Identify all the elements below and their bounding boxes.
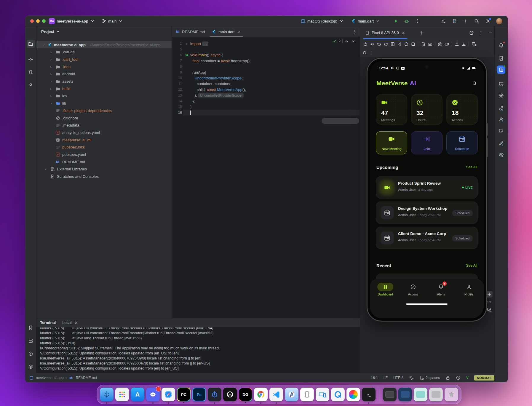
tree-expand-icon[interactable]: › bbox=[49, 57, 53, 62]
meeting-card-2[interactable]: Design System WorkshopAdmin UserToday 2:… bbox=[376, 202, 478, 224]
running-devices-icon[interactable] bbox=[497, 65, 505, 74]
tree-item-android[interactable]: ›android bbox=[36, 71, 172, 78]
breadcrumb-project[interactable]: meetverse-ai-app bbox=[36, 376, 63, 380]
dock-item-simulator[interactable] bbox=[300, 388, 314, 401]
zoom-in-button[interactable] bbox=[486, 291, 493, 298]
settings-icon[interactable] bbox=[484, 17, 492, 25]
bookmarks-icon[interactable] bbox=[27, 323, 35, 332]
indent-setting[interactable]: 2 spaces bbox=[419, 375, 440, 380]
camera-icon[interactable] bbox=[437, 41, 443, 48]
dock-item-minimized-window-1[interactable] bbox=[383, 388, 397, 401]
hide-panel-icon[interactable] bbox=[487, 29, 494, 36]
lightning-icon[interactable] bbox=[462, 17, 469, 25]
dock-item-xcode[interactable] bbox=[285, 388, 298, 401]
inlay-hints-icon[interactable] bbox=[409, 375, 414, 380]
run-configuration-selector[interactable]: main.dart bbox=[351, 16, 380, 26]
run-button[interactable] bbox=[392, 17, 400, 25]
project-selector[interactable]: MA meetverse-ai-app bbox=[49, 16, 95, 26]
dock-item-quicktime[interactable] bbox=[331, 388, 345, 401]
terminal-title[interactable]: Terminal bbox=[36, 320, 59, 325]
tree-item--idea[interactable]: ›.idea bbox=[36, 63, 172, 70]
close-icon[interactable] bbox=[401, 31, 406, 35]
tree-expand-icon[interactable]: ⌄ bbox=[41, 42, 46, 46]
action-button-new-meeting[interactable]: New Meeting bbox=[376, 131, 407, 154]
back-icon[interactable] bbox=[396, 41, 403, 48]
editor-horizontal-scrollbar[interactable] bbox=[322, 118, 359, 124]
meeting-card-3[interactable]: Client Demo - Acme CorpAdmin UserToday 5… bbox=[376, 227, 478, 249]
dock-item-datagrip[interactable]: DG bbox=[239, 388, 252, 401]
see-all-link[interactable]: See All bbox=[466, 165, 477, 169]
action-button-join[interactable]: Join bbox=[411, 131, 442, 154]
tree-item-pubspec-lock[interactable]: pubspec.lock bbox=[36, 144, 172, 151]
terminal-output[interactable]: I/flutter ( 5315): at java.util.concurre… bbox=[40, 327, 358, 372]
tree-expand-icon[interactable]: › bbox=[49, 79, 53, 84]
dock-item-safari[interactable] bbox=[162, 388, 175, 401]
search-icon[interactable] bbox=[473, 17, 480, 25]
close-icon[interactable] bbox=[237, 30, 241, 33]
dock-item-photoshop[interactable]: Ps bbox=[192, 388, 206, 401]
ai-chat-icon[interactable] bbox=[497, 80, 505, 88]
nav-item-profile[interactable]: Profile bbox=[458, 283, 479, 296]
problems-icon[interactable] bbox=[27, 349, 35, 358]
tree-item--claude[interactable]: ›.claude bbox=[36, 49, 172, 56]
tree-expand-icon[interactable]: › bbox=[49, 94, 53, 98]
close-icon[interactable] bbox=[74, 320, 79, 325]
tree-expand-icon[interactable]: › bbox=[49, 101, 53, 106]
dock-item-minimized-window-2[interactable] bbox=[398, 388, 412, 401]
nav-item-dashboard[interactable]: Dashboard bbox=[375, 283, 396, 296]
rotate-right-icon[interactable] bbox=[382, 41, 389, 48]
action-button-schedule[interactable]: Schedule bbox=[446, 131, 478, 154]
tree-item-meetverse-ai-app[interactable]: ⌄meetverse-ai-app~/AndroidStudioProjects… bbox=[36, 41, 172, 48]
device-settings-icon[interactable] bbox=[420, 41, 426, 48]
panel-options-icon[interactable] bbox=[477, 29, 485, 36]
dock-item-finder[interactable] bbox=[100, 388, 114, 401]
editor-tab-main-dart[interactable]: main.dart bbox=[208, 26, 244, 37]
commit-icon[interactable] bbox=[27, 55, 35, 63]
tree-item-assets[interactable]: ›assets bbox=[36, 78, 172, 85]
tab-options-icon[interactable] bbox=[350, 28, 358, 35]
pull-requests-icon[interactable] bbox=[27, 68, 35, 76]
dock-item-minimized-window-3[interactable] bbox=[414, 388, 427, 401]
caret-position[interactable]: 16:1 bbox=[371, 376, 378, 380]
lock-icon[interactable] bbox=[445, 375, 450, 380]
video-icon[interactable] bbox=[443, 41, 450, 48]
tree-item-ios[interactable]: ›ios bbox=[36, 92, 172, 100]
open-in-window-icon[interactable] bbox=[468, 29, 475, 36]
stat-card-meetings[interactable]: 47Meetings bbox=[376, 94, 407, 125]
home-indicator[interactable] bbox=[406, 303, 448, 305]
ai-inspect-icon[interactable] bbox=[497, 127, 505, 135]
window-close-button[interactable] bbox=[30, 19, 34, 23]
screenshot-button[interactable] bbox=[486, 306, 493, 313]
ai-link-icon[interactable] bbox=[497, 104, 505, 112]
tree-item-meetverse-ai-iml[interactable]: meetverse_ai.iml bbox=[36, 136, 172, 143]
more-actions-button[interactable] bbox=[413, 17, 421, 25]
terminal-tab-local[interactable]: Local bbox=[59, 320, 82, 325]
dock-item-vscode[interactable] bbox=[269, 388, 283, 401]
nav-item-alerts[interactable]: 3Alerts bbox=[431, 283, 451, 296]
notifications-icon[interactable] bbox=[497, 41, 505, 49]
code-editor[interactable]: 1›import ...56void main() async {7 final… bbox=[172, 37, 360, 318]
tree-item-lib[interactable]: ›lib bbox=[36, 100, 172, 107]
screenshot-icon[interactable] bbox=[470, 41, 477, 48]
dock-item-app-store[interactable]: A bbox=[131, 388, 144, 401]
dock-item-pycharm[interactable]: PC bbox=[177, 388, 191, 401]
window-zoom-button[interactable] bbox=[42, 19, 46, 23]
device-tab[interactable]: Pixel 8 API 36.0 bbox=[362, 26, 408, 39]
build-icon[interactable] bbox=[27, 362, 35, 371]
breadcrumb-file[interactable]: README.md bbox=[76, 376, 97, 380]
reset-icon[interactable] bbox=[362, 51, 367, 56]
tree-item-readme-md[interactable]: M↓README.md bbox=[36, 158, 172, 165]
dock-item-launchpad[interactable] bbox=[115, 388, 129, 401]
tree-item--metadata[interactable]: .metadata bbox=[36, 122, 172, 129]
project-folder-icon[interactable] bbox=[27, 40, 35, 48]
dock-item-discord[interactable] bbox=[146, 388, 160, 401]
tree-item--gitignore[interactable]: .gitignore bbox=[36, 114, 172, 122]
tree-item-build[interactable]: ›build bbox=[36, 85, 172, 92]
more-icon[interactable] bbox=[27, 80, 35, 89]
spotlight-burst-icon[interactable] bbox=[497, 92, 505, 100]
device-flutter-icon[interactable] bbox=[451, 17, 458, 25]
services-icon[interactable] bbox=[27, 336, 35, 345]
add-device-tab-button[interactable] bbox=[418, 29, 425, 36]
dock-item-color-wheel[interactable] bbox=[346, 388, 360, 401]
dock-item-chrome[interactable] bbox=[254, 388, 268, 401]
